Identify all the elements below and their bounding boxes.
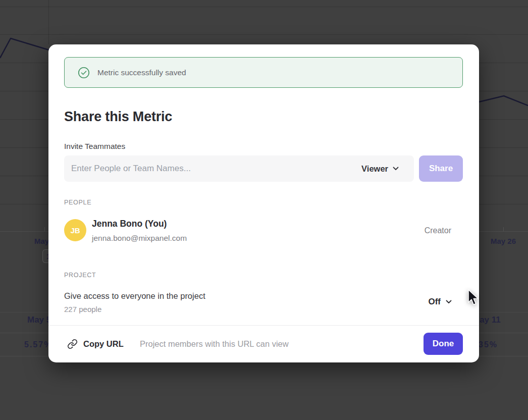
table-date-left: May 5 bbox=[27, 315, 51, 325]
project-heading: PROJECT bbox=[64, 272, 96, 279]
share-button[interactable]: Share bbox=[419, 155, 463, 182]
people-heading: PEOPLE bbox=[64, 199, 91, 206]
success-toast: Metric successfully saved bbox=[64, 57, 463, 88]
x-axis-label-left: May bbox=[34, 237, 49, 245]
person-role: Creator bbox=[425, 226, 451, 235]
modal-title: Share this Metric bbox=[64, 109, 172, 125]
x-axis-label-right: May 26 bbox=[491, 237, 516, 245]
project-access-value: Off bbox=[428, 297, 441, 307]
link-icon bbox=[67, 339, 78, 349]
invite-teammates-label: Invite Teammates bbox=[64, 142, 125, 151]
footer-divider bbox=[48, 325, 479, 326]
chevron-down-icon bbox=[393, 167, 399, 171]
done-button[interactable]: Done bbox=[424, 333, 463, 355]
avatar: JB bbox=[64, 219, 86, 241]
role-dropdown-value: Viewer bbox=[361, 164, 388, 174]
project-access-title: Give access to everyone in the project bbox=[64, 291, 205, 301]
person-email: jenna.bono@mixpanel.com bbox=[92, 234, 187, 243]
share-metric-modal: Metric successfully saved Share this Met… bbox=[48, 44, 479, 362]
role-dropdown[interactable]: Viewer bbox=[361, 164, 405, 174]
copy-url-button[interactable]: Copy URL bbox=[83, 339, 124, 349]
invite-input-placeholder: Enter People or Team Names... bbox=[71, 164, 361, 174]
toast-message: Metric successfully saved bbox=[97, 68, 186, 77]
invite-input[interactable]: Enter People or Team Names... Viewer bbox=[64, 155, 414, 182]
project-access-dropdown[interactable]: Off bbox=[428, 297, 452, 307]
table-value-right: 35% bbox=[479, 340, 498, 349]
mouse-cursor-icon bbox=[467, 289, 480, 308]
project-access-subtitle: 227 people bbox=[64, 305, 101, 313]
person-name: Jenna Bono (You) bbox=[92, 219, 167, 229]
chevron-down-icon bbox=[446, 300, 452, 304]
avatar-initials: JB bbox=[70, 226, 80, 235]
check-circle-icon bbox=[78, 67, 90, 79]
footer-caption: Project members with this URL can view bbox=[140, 339, 289, 349]
